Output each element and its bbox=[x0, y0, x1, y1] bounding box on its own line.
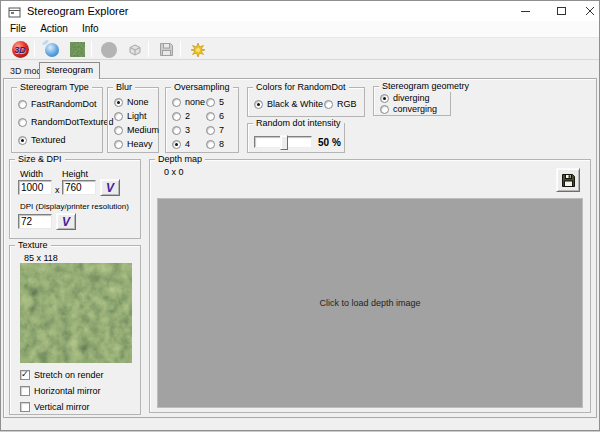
radio-label: 6 bbox=[219, 111, 224, 121]
radio-textured[interactable]: Textured bbox=[18, 135, 66, 145]
radio-oversampling-4[interactable]: 4 bbox=[172, 139, 190, 149]
radio-icon bbox=[18, 100, 27, 109]
radio-converging[interactable]: converging bbox=[380, 104, 437, 114]
size-presets-button[interactable]: V bbox=[100, 179, 120, 196]
group-blur: Blur None Light Medium Heavy bbox=[107, 87, 159, 153]
dpi-presets-button[interactable]: V bbox=[56, 213, 76, 230]
radio-label: 2 bbox=[185, 111, 190, 121]
v-arrow-icon: V bbox=[106, 182, 114, 194]
radio-icon bbox=[206, 112, 215, 121]
toolbar-render-button[interactable] bbox=[42, 40, 62, 59]
checkbox-vertical-mirror[interactable]: Vertical mirror bbox=[20, 402, 90, 412]
menu-action[interactable]: Action bbox=[33, 21, 75, 38]
about-star-icon bbox=[190, 42, 206, 58]
group-stereogram-type: Stereogram Type FastRandomDot RandomDotT… bbox=[11, 87, 103, 153]
radio-oversampling-7[interactable]: 7 bbox=[206, 125, 224, 135]
radio-label: 8 bbox=[219, 139, 224, 149]
radio-label: Heavy bbox=[127, 139, 153, 149]
close-button[interactable] bbox=[579, 1, 600, 21]
radio-oversampling-3[interactable]: 3 bbox=[172, 125, 190, 135]
radio-label: 7 bbox=[219, 125, 224, 135]
maximize-button[interactable] bbox=[545, 1, 577, 21]
texture-icon bbox=[70, 42, 85, 57]
radio-blur-none[interactable]: None bbox=[114, 97, 149, 107]
app-window: Stereogram Explorer File Action Info 3D bbox=[0, 0, 600, 431]
radio-label: 3 bbox=[185, 125, 190, 135]
radio-blur-light[interactable]: Light bbox=[114, 111, 147, 121]
radio-label: Black & White bbox=[267, 99, 323, 109]
radio-icon-selected bbox=[380, 94, 389, 103]
menu-info[interactable]: Info bbox=[75, 21, 106, 38]
dpi-input[interactable] bbox=[18, 214, 52, 229]
radio-label: 4 bbox=[185, 139, 190, 149]
radio-label: None bbox=[127, 97, 149, 107]
depth-map-placeholder: Click to load depth image bbox=[319, 298, 420, 308]
toolbar: 3D bbox=[1, 39, 599, 60]
height-input[interactable] bbox=[62, 180, 96, 195]
toolbar-separator bbox=[91, 41, 92, 57]
height-label: Height bbox=[62, 169, 88, 179]
texture-image[interactable] bbox=[20, 263, 132, 363]
radio-icon-selected bbox=[114, 98, 123, 107]
toolbar-about-button[interactable] bbox=[188, 40, 208, 59]
tab-stereogram[interactable]: Stereogram bbox=[39, 62, 100, 79]
group-title: Random dot intensity bbox=[253, 118, 344, 129]
group-title: Oversampling bbox=[171, 82, 233, 93]
radio-fastrandomdot[interactable]: FastRandomDot bbox=[18, 99, 97, 109]
group-colors-for-randomdot: Colors for RandomDot Black & White RGB bbox=[247, 87, 365, 117]
checkbox-label: Vertical mirror bbox=[34, 402, 90, 412]
group-stereogram-geometry: Stereogram geometry diverging converging bbox=[373, 86, 451, 116]
toolbar-3d-model-button[interactable]: 3D bbox=[10, 40, 30, 59]
slider-thumb[interactable] bbox=[280, 135, 288, 150]
app-icon bbox=[8, 5, 21, 18]
toolbar-texture-button[interactable] bbox=[67, 40, 87, 59]
radio-icon bbox=[380, 105, 389, 114]
radio-icon bbox=[206, 98, 215, 107]
radio-icon-selected bbox=[172, 140, 181, 149]
radio-black-white[interactable]: Black & White bbox=[254, 99, 323, 109]
radio-diverging[interactable]: diverging bbox=[380, 93, 430, 103]
group-title: Stereogram geometry bbox=[379, 81, 472, 92]
radio-icon bbox=[114, 126, 123, 135]
checkbox-icon bbox=[20, 402, 30, 412]
toolbar-separator bbox=[34, 41, 35, 57]
intensity-value: 50 % bbox=[318, 137, 341, 148]
radio-rgb[interactable]: RGB bbox=[324, 99, 357, 109]
toolbar-separator bbox=[148, 41, 149, 57]
radio-oversampling-none[interactable]: none bbox=[172, 97, 205, 107]
menu-file[interactable]: File bbox=[3, 21, 33, 38]
radio-randomdottextured[interactable]: RandomDotTextured bbox=[18, 117, 114, 127]
radio-blur-medium[interactable]: Medium bbox=[114, 125, 159, 135]
radio-icon bbox=[172, 126, 181, 135]
menu-bar: File Action Info bbox=[1, 21, 599, 38]
checkbox-horizontal-mirror[interactable]: Horizontal mirror bbox=[20, 386, 101, 396]
circle-icon bbox=[101, 42, 117, 58]
radio-label: none bbox=[185, 97, 205, 107]
group-title: Colors for RandomDot bbox=[253, 82, 349, 93]
radio-oversampling-2[interactable]: 2 bbox=[172, 111, 190, 121]
radio-icon bbox=[172, 112, 181, 121]
radio-icon bbox=[206, 126, 215, 135]
intensity-slider[interactable] bbox=[254, 136, 312, 148]
radio-oversampling-5[interactable]: 5 bbox=[206, 97, 224, 107]
toolbar-view3d-button-disabled bbox=[125, 40, 145, 59]
cube-icon bbox=[127, 42, 143, 58]
depth-map-save-button[interactable] bbox=[556, 168, 580, 192]
group-title: Size & DPI bbox=[15, 154, 65, 165]
radio-label: converging bbox=[393, 104, 437, 114]
checkbox-stretch-on-render[interactable]: Stretch on render bbox=[20, 370, 104, 380]
width-input[interactable] bbox=[18, 180, 52, 195]
radio-oversampling-8[interactable]: 8 bbox=[206, 139, 224, 149]
radio-blur-heavy[interactable]: Heavy bbox=[114, 139, 153, 149]
minimize-button[interactable] bbox=[509, 1, 541, 21]
radio-icon bbox=[114, 140, 123, 149]
checkbox-label: Stretch on render bbox=[34, 370, 104, 380]
depth-map-load-area[interactable]: Click to load depth image bbox=[157, 198, 583, 408]
checkbox-icon bbox=[20, 386, 30, 396]
checkbox-label: Horizontal mirror bbox=[34, 386, 101, 396]
radio-oversampling-6[interactable]: 6 bbox=[206, 111, 224, 121]
minimize-icon bbox=[521, 11, 530, 12]
radio-label: RandomDotTextured bbox=[31, 117, 114, 127]
checkbox-icon-checked bbox=[20, 370, 30, 380]
depth-map-dimensions: 0 x 0 bbox=[164, 167, 184, 177]
